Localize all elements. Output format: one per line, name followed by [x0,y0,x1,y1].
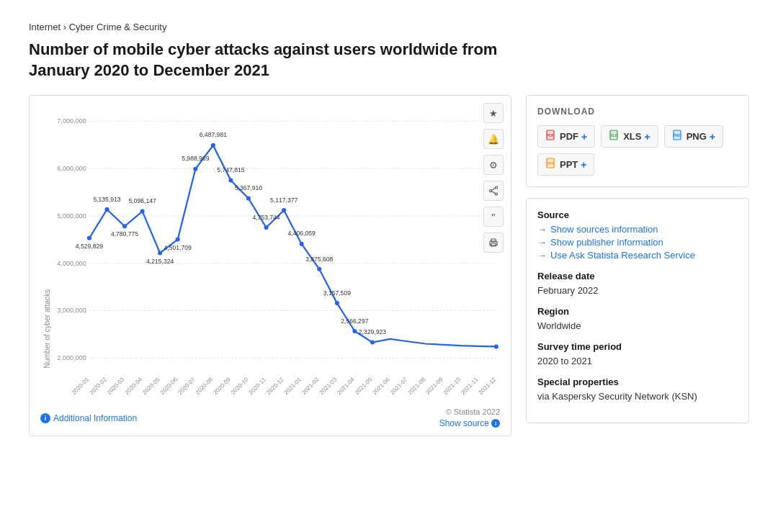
settings-button[interactable]: ⚙ [483,155,504,175]
svg-point-37 [370,341,375,345]
info-box: Source → Show sources information → Show… [526,198,749,423]
svg-text:4,780,775: 4,780,775 [111,230,138,238]
svg-text:2020-09: 2020-09 [212,377,232,397]
show-source-link[interactable]: Show source i [439,418,500,428]
download-box: DOWNLOAD PDF PDF + [526,95,749,187]
y-axis: Number of cyber attacks 2,000,000 3,000,… [43,117,496,368]
svg-point-35 [335,301,339,305]
release-date-label: Release date [537,271,738,281]
svg-point-38 [494,345,498,349]
download-pdf-button[interactable]: PDF PDF + [537,125,595,148]
png-plus: + [710,131,715,143]
svg-text:4,501,709: 4,501,709 [164,245,192,252]
svg-point-21 [87,236,91,240]
print-button[interactable] [483,233,504,253]
svg-point-29 [228,179,233,183]
svg-text:7,000,000: 7,000,000 [57,117,86,125]
svg-text:2021-02: 2021-02 [300,377,321,397]
svg-point-27 [193,167,197,171]
source-label: Source [537,209,738,220]
region-section: Region Worldwide [537,306,738,331]
ask-statista-link[interactable]: → Use Ask Statista Research Service [537,250,738,261]
page-wrapper: Internet › Cyber Crime & Security Number… [0,0,778,532]
svg-text:4,753,744: 4,753,744 [252,214,280,221]
svg-text:5,117,377: 5,117,377 [270,197,298,204]
download-ppt-button[interactable]: PPT PPT + [537,153,594,176]
survey-period-value: 2020 to 2021 [537,356,738,366]
download-png-button[interactable]: PNG PNG + [664,125,723,148]
special-properties-value: via Kaspersky Security Network (KSN) [537,391,738,402]
source-section: Source → Show sources information → Show… [537,209,738,261]
chart-footer: i Additional Information © Statista 2022… [37,407,504,428]
svg-point-30 [246,197,251,201]
svg-text:Number of cyber attacks: Number of cyber attacks [43,289,51,369]
xls-icon: XLS [609,130,620,143]
xls-plus: + [644,131,650,143]
arrow-icon: → [537,224,547,235]
statista-credit: © Statista 2022 [446,407,500,416]
svg-text:2021-05: 2021-05 [354,377,374,397]
svg-point-24 [140,209,145,214]
download-xls-button[interactable]: XLS XLS + [601,125,658,148]
info-icon-small: i [491,419,500,428]
pdf-plus: + [581,131,587,143]
svg-text:2020-12: 2020-12 [265,377,285,397]
png-icon: PNG [672,130,684,143]
special-properties-section: Special properties via Kaspersky Securit… [537,377,738,402]
svg-point-31 [264,225,268,230]
svg-text:2020-03: 2020-03 [106,377,126,397]
breadcrumb-separator: › [61,22,69,32]
svg-text:2021-12: 2021-12 [478,377,498,397]
svg-point-22 [104,207,109,212]
arrow-icon-2: → [537,237,547,248]
svg-text:3,875,608: 3,875,608 [305,256,333,263]
svg-text:PDF: PDF [547,133,554,137]
svg-point-25 [158,251,162,256]
svg-line-4 [491,191,495,194]
show-publisher-link[interactable]: → Show publisher information [537,237,738,248]
region-label: Region [537,306,738,317]
svg-text:2021-08: 2021-08 [407,377,427,397]
svg-point-2 [496,193,498,195]
region-value: Worldwide [537,320,738,331]
svg-text:XLS: XLS [610,133,617,137]
svg-text:2020-05: 2020-05 [141,377,161,397]
show-sources-link[interactable]: → Show sources information [537,224,738,235]
notification-button[interactable]: 🔔 [483,129,504,149]
breadcrumb-part1[interactable]: Internet [29,22,61,32]
breadcrumb-part2[interactable]: Cyber Crime & Security [69,22,167,32]
breadcrumb[interactable]: Internet › Cyber Crime & Security [29,22,749,32]
info-icon: i [40,413,50,423]
svg-text:2020-02: 2020-02 [89,377,109,397]
favorite-button[interactable]: ★ [483,103,504,123]
svg-point-34 [317,267,321,271]
svg-text:2,329,923: 2,329,923 [359,328,386,335]
svg-text:4,000,000: 4,000,000 [57,260,86,267]
page-title: Number of mobile cyber attacks against u… [29,40,547,81]
additional-info-button[interactable]: i Additional Information [40,413,137,423]
svg-text:PPT: PPT [547,161,554,166]
survey-period-label: Survey time period [537,341,738,352]
svg-text:2021-10: 2021-10 [442,377,462,397]
svg-text:5,988,969: 5,988,969 [182,155,209,162]
svg-text:4,215,324: 4,215,324 [146,258,174,265]
svg-text:5,000,000: 5,000,000 [57,212,86,220]
svg-text:5,096,147: 5,096,147 [128,197,156,204]
svg-text:6,000,000: 6,000,000 [57,165,86,172]
quote-button[interactable]: " [483,207,504,227]
svg-point-32 [282,208,286,212]
svg-text:4,406,059: 4,406,059 [288,230,316,237]
svg-text:2,000,000: 2,000,000 [57,354,86,361]
chart-footer-right: © Statista 2022 Show source i [439,407,500,428]
svg-point-28 [211,143,215,148]
svg-text:3,000,000: 3,000,000 [57,307,86,315]
svg-text:2020-06: 2020-06 [159,377,179,397]
svg-text:3,157,509: 3,157,509 [323,289,351,297]
chart-line [87,143,498,349]
share-button[interactable] [483,181,504,201]
svg-text:2020-08: 2020-08 [194,377,215,397]
svg-text:2020-07: 2020-07 [176,377,197,397]
svg-text:2020-04: 2020-04 [124,377,144,397]
svg-line-3 [491,188,495,190]
svg-point-36 [352,329,357,333]
